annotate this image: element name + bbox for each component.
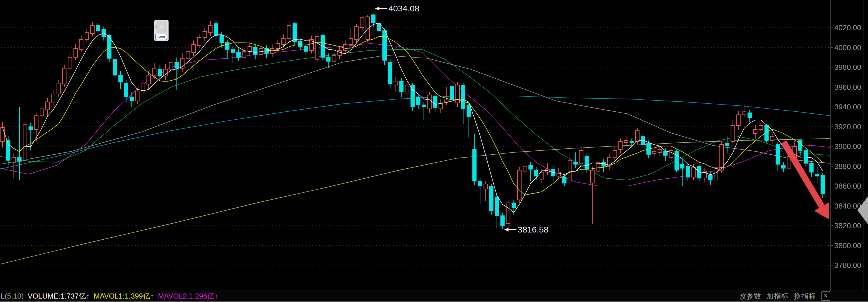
candle-up — [484, 184, 488, 189]
candle-up — [343, 44, 347, 51]
candle-down — [501, 216, 504, 226]
candle-up — [135, 91, 139, 101]
candle-up — [518, 170, 521, 200]
candle-down — [225, 42, 229, 49]
candle-up — [282, 38, 285, 44]
candle-down — [433, 96, 437, 108]
candle-up — [731, 126, 735, 142]
candle-up — [506, 203, 510, 224]
candle-up — [394, 81, 398, 85]
candle-down — [663, 151, 667, 155]
popup-thumbnail[interactable]: × — [157, 21, 167, 33]
start-button[interactable]: Start — [155, 34, 167, 40]
candle-down — [799, 140, 802, 150]
candle-down — [630, 142, 633, 142]
volume-indicator-readout: L(5,10) VOLUME:1.737亿↑MAVOL1:1.399亿↑MAVO… — [0, 292, 222, 301]
candle-down — [220, 36, 223, 42]
axis-label: 3860.00 — [834, 182, 861, 190]
candle-down — [389, 62, 392, 84]
candle-down — [512, 203, 516, 208]
candle-up — [692, 167, 695, 177]
candle-down — [411, 85, 414, 107]
candle-down — [124, 83, 128, 97]
candle-up — [360, 18, 364, 28]
volume-value-2: MAVOL2:1.296亿↑ — [158, 292, 218, 301]
candle-up — [23, 125, 27, 160]
candle-up — [74, 48, 78, 57]
candle-up — [591, 170, 594, 183]
recorder-popup[interactable]: F × Start — [154, 20, 169, 41]
candle-up — [332, 55, 336, 61]
candle-down — [675, 151, 679, 170]
indicator-param-label: L(5,10) — [1, 292, 24, 300]
axis-label: 3780.00 — [834, 261, 861, 270]
up-arrow-icon: ↑ — [151, 292, 154, 300]
candle-down — [563, 177, 566, 183]
candle-up — [68, 57, 72, 68]
candle-up — [658, 149, 661, 152]
candle-up — [62, 68, 66, 84]
candle-up — [636, 131, 639, 141]
trading-app-window: 4020.004000.003980.003960.003940.003920.… — [0, 0, 868, 302]
candle-up — [270, 48, 274, 53]
candle-down — [782, 165, 785, 168]
candle-up — [197, 38, 201, 45]
candle-up — [523, 166, 527, 171]
candle-up — [580, 150, 583, 163]
candle-up — [40, 109, 43, 116]
candle-up — [355, 27, 359, 40]
candle-down — [327, 57, 330, 61]
axis-label: 3940.00 — [834, 103, 861, 111]
candle-down — [372, 15, 375, 23]
candle-up — [209, 26, 212, 32]
axis-label: 3880.00 — [834, 162, 861, 171]
slow-moving-averages — [0, 43, 830, 264]
low-annotation: 3816.58 — [504, 225, 548, 234]
candle-down — [416, 97, 420, 105]
candle-down — [158, 69, 162, 76]
candle-up — [349, 38, 353, 44]
candle-down — [602, 162, 606, 166]
candlestick-chart[interactable]: 4020.004000.003980.003960.003940.003920.… — [0, 0, 868, 302]
close-icon[interactable]: × — [157, 23, 167, 31]
panel-collapse-arrow-icon[interactable] — [858, 197, 868, 224]
candle-up — [57, 83, 61, 94]
candle-up — [169, 62, 173, 69]
up-arrow-icon: ↑ — [86, 292, 90, 300]
candle-up — [152, 68, 156, 75]
candle-down — [821, 175, 825, 194]
candle-down — [810, 163, 813, 172]
axis-label: 3960.00 — [834, 83, 861, 92]
action-button-1[interactable]: 加指标 — [767, 292, 789, 301]
candle-down — [119, 75, 122, 82]
candle-down — [815, 174, 819, 176]
candle-down — [175, 62, 179, 68]
candle-down — [472, 149, 476, 181]
fast-moving-averages — [3, 23, 823, 212]
candle-down — [725, 143, 729, 145]
candle-up — [624, 140, 628, 142]
candle-up — [315, 36, 319, 59]
candle-down — [304, 46, 308, 51]
candle-down — [299, 42, 302, 46]
candle-down — [478, 181, 482, 186]
candle-up — [770, 136, 774, 140]
candle-down — [574, 162, 578, 164]
candle-up — [652, 151, 656, 153]
candle-up — [34, 116, 38, 130]
price-axis: 4020.004000.003980.003960.003940.003920.… — [831, 23, 861, 270]
volume-value-0: VOLUME:1.737亿↑ — [28, 292, 90, 301]
candle-up — [51, 94, 55, 103]
candle-down — [113, 59, 117, 75]
candle-down — [253, 47, 257, 55]
action-button-2[interactable]: 换指标 — [794, 292, 816, 301]
candle-up — [540, 172, 544, 179]
candle-down — [400, 81, 403, 92]
candle-down — [495, 197, 499, 216]
ma-line-MA60 — [0, 55, 830, 164]
action-button-0[interactable]: 改参数 — [739, 292, 762, 301]
axis-label: 3900.00 — [834, 142, 861, 151]
candle-up — [12, 157, 16, 162]
close-indicator-icon[interactable]: × — [821, 292, 830, 301]
candle-up — [85, 32, 89, 39]
